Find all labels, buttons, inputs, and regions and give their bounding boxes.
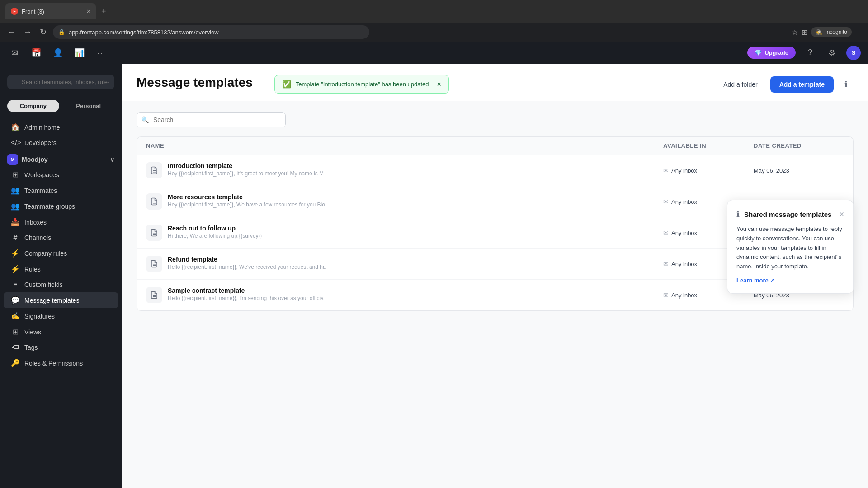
- analytics-icon[interactable]: 📊: [72, 46, 87, 60]
- workspaces-icon: ⊞: [11, 170, 20, 179]
- sidebar: 🔍 Company Personal 🏠 Admin home </>: [0, 64, 122, 488]
- browser-tab-close-btn[interactable]: ×: [87, 8, 90, 15]
- extensions-icon[interactable]: ⊞: [802, 28, 807, 37]
- teammates-label: Teammates: [24, 187, 57, 194]
- template-icon: [146, 287, 162, 303]
- company-rules-label: Company rules: [24, 250, 67, 257]
- learn-more-text: Learn more: [736, 277, 769, 284]
- app-container: ✉ 📅 👤 📊 ⋯ 💎 Upgrade ? ⚙ S 🔍: [0, 42, 868, 488]
- global-search-input[interactable]: [7, 75, 114, 89]
- sidebar-item-workspaces[interactable]: ⊞ Workspaces: [4, 167, 118, 183]
- sidebar-item-message-templates[interactable]: 💬 Message templates: [4, 292, 118, 308]
- custom-fields-icon: ≡: [11, 281, 20, 289]
- add-template-btn[interactable]: Add a template: [770, 76, 834, 93]
- forward-btn[interactable]: →: [22, 26, 33, 39]
- contacts-icon[interactable]: 👤: [51, 46, 65, 60]
- toast-message: Template "Introduction template" has bee…: [296, 81, 429, 88]
- browser-tab[interactable]: F Front (3) ×: [5, 3, 96, 19]
- external-link-icon: ↗: [770, 277, 774, 283]
- personal-tab[interactable]: Personal: [63, 100, 115, 112]
- header-top: Message templates ✅ Template "Introducti…: [137, 75, 854, 94]
- template-icon: [146, 256, 162, 272]
- template-preview: Hello {{recipient.first_name}}, We've re…: [168, 264, 326, 270]
- roles-permissions-label: Roles & Permissions: [24, 360, 83, 367]
- inbox-icon[interactable]: ✉: [7, 46, 22, 60]
- sidebar-item-roles-permissions[interactable]: 🔑 Roles & Permissions: [4, 355, 118, 371]
- upgrade-btn[interactable]: 💎 Upgrade: [747, 47, 796, 59]
- template-name: More resources template: [168, 193, 325, 201]
- row-name-cell: Sample contract template Hello {{recipie…: [146, 287, 663, 303]
- inbox-label: Any inbox: [671, 230, 697, 236]
- calendar-icon[interactable]: 📅: [29, 46, 43, 60]
- back-btn[interactable]: ←: [5, 26, 17, 39]
- teammate-groups-icon: 👥: [11, 202, 20, 211]
- reload-btn[interactable]: ↻: [38, 25, 48, 39]
- company-tab[interactable]: Company: [7, 100, 59, 112]
- sidebar-item-admin-home[interactable]: 🏠 Admin home: [4, 119, 118, 135]
- user-avatar[interactable]: S: [846, 46, 861, 60]
- info-popup-title: Shared message templates: [744, 211, 831, 218]
- col-header-available: Available in: [663, 142, 754, 149]
- incognito-btn[interactable]: 🕵 Incognito: [811, 27, 852, 37]
- top-toolbar: ✉ 📅 👤 📊 ⋯ 💎 Upgrade ? ⚙ S: [0, 42, 868, 64]
- template-preview: Hey {{recipient.first_name}}, We have a …: [168, 202, 325, 208]
- row-date: May 06, 2023: [754, 167, 844, 174]
- inboxes-label: Inboxes: [24, 219, 47, 226]
- sidebar-item-signatures[interactable]: ✍ Signatures: [4, 308, 118, 324]
- org-name: Moodjoy: [22, 156, 48, 163]
- sidebar-item-custom-fields[interactable]: ≡ Custom fields: [4, 277, 118, 292]
- template-preview: Hi there, We are following up.{{survey}}: [168, 233, 262, 239]
- col-header-date: Date created: [754, 142, 844, 149]
- inbox-icon: ✉: [663, 260, 669, 267]
- sidebar-item-teammate-groups[interactable]: 👥 Teammate groups: [4, 198, 118, 214]
- learn-more-link[interactable]: Learn more ↗: [736, 277, 774, 284]
- settings-icon[interactable]: ⚙: [825, 46, 839, 60]
- company-rules-icon: ⚡: [11, 249, 20, 258]
- sidebar-item-teammates[interactable]: 👥 Teammates: [4, 183, 118, 198]
- inbox-icon: ✉: [663, 229, 669, 236]
- browser-menu-icon[interactable]: ⋮: [855, 28, 863, 37]
- company-personal-toggle: Company Personal: [0, 96, 122, 116]
- sidebar-org[interactable]: M Moodjoy ∨: [0, 150, 122, 167]
- sidebar-item-tags[interactable]: 🏷 Tags: [4, 340, 118, 355]
- sidebar-item-developers[interactable]: </> Developers: [4, 135, 118, 150]
- row-name-cell: Reach out to follow up Hi there, We are …: [146, 225, 663, 241]
- template-icon: [146, 225, 162, 241]
- signatures-icon: ✍: [11, 312, 20, 320]
- rules-icon: ⚡: [11, 265, 20, 273]
- address-bar[interactable]: 🔒 app.frontapp.com/settings/tim:7858132/…: [53, 25, 369, 39]
- success-toast: ✅ Template "Introduction template" has b…: [274, 75, 449, 94]
- sidebar-item-views[interactable]: ⊞ Views: [4, 324, 118, 340]
- lock-icon: 🔒: [58, 29, 65, 35]
- workspaces-label: Workspaces: [24, 171, 59, 178]
- new-tab-btn[interactable]: +: [101, 7, 106, 16]
- main-layout: 🔍 Company Personal 🏠 Admin home </>: [0, 64, 868, 488]
- add-folder-btn[interactable]: Add a folder: [716, 77, 765, 92]
- bookmark-icon[interactable]: ☆: [792, 28, 798, 37]
- table-row[interactable]: Introduction template Hey {{recipient.fi…: [137, 155, 853, 186]
- info-btn[interactable]: ℹ: [839, 77, 854, 92]
- sidebar-item-channels[interactable]: # Channels: [4, 230, 118, 245]
- more-icon[interactable]: ⋯: [94, 46, 108, 60]
- col-header-name: Name: [146, 142, 663, 149]
- row-name-cell: Refund template Hello {{recipient.first_…: [146, 256, 663, 272]
- org-icon: M: [7, 154, 18, 165]
- sidebar-item-company-rules[interactable]: ⚡ Company rules: [4, 245, 118, 261]
- sidebar-item-rules[interactable]: ⚡ Rules: [4, 261, 118, 277]
- inbox-icon: ✉: [663, 167, 669, 174]
- help-icon[interactable]: ?: [803, 46, 817, 60]
- info-popup-icon: ℹ: [736, 209, 740, 219]
- roles-icon: 🔑: [11, 359, 20, 367]
- info-popup-close-btn[interactable]: ×: [839, 210, 844, 219]
- info-popup-header: ℹ Shared message templates ×: [736, 209, 844, 219]
- template-search-input[interactable]: [137, 112, 286, 127]
- inbox-icon: ✉: [663, 198, 669, 205]
- message-templates-icon: 💬: [11, 296, 20, 305]
- page-title: Message templates: [137, 75, 253, 90]
- tags-label: Tags: [24, 344, 38, 351]
- sidebar-item-inboxes[interactable]: 📥 Inboxes: [4, 214, 118, 230]
- toast-close-btn[interactable]: ×: [437, 80, 441, 89]
- inboxes-icon: 📥: [11, 218, 20, 226]
- global-search-wrap: 🔍: [0, 71, 122, 96]
- developers-label: Developers: [24, 139, 57, 146]
